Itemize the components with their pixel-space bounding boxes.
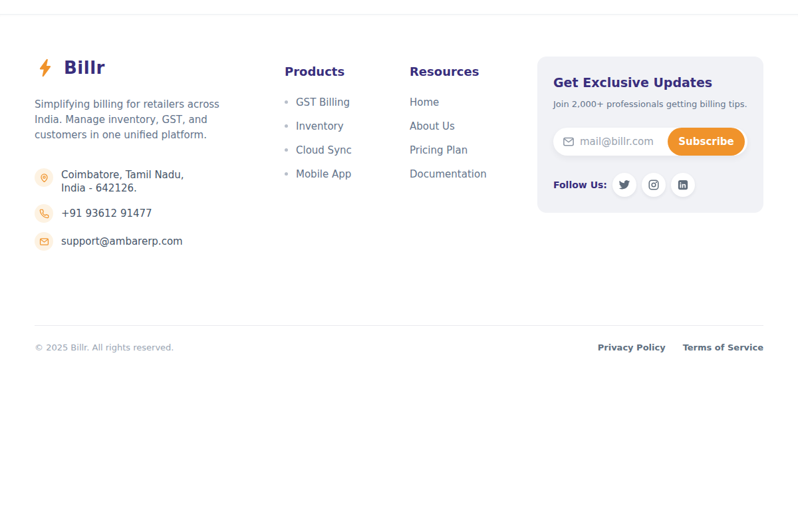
list-item: Cloud Sync: [285, 145, 384, 155]
list-item: Pricing Plan: [410, 145, 509, 155]
subscribe-form: Subscribe: [553, 128, 747, 156]
linkedin-icon[interactable]: [671, 173, 695, 197]
product-link-mobile-app[interactable]: Mobile App: [296, 168, 351, 180]
bullet-icon: [285, 148, 288, 152]
brand-logo[interactable]: Billr: [35, 57, 261, 79]
social-row: Follow Us:: [553, 173, 747, 197]
newsletter-card: Get Exclusive Updates Join 2,000+ profes…: [537, 57, 763, 213]
newsletter-subtitle: Join 2,000+ professionals getting billin…: [553, 99, 747, 109]
product-link-gst-billing[interactable]: GST Billing: [296, 96, 350, 108]
list-item: About Us: [410, 121, 509, 131]
site-footer: Billr Simplifying billing for retailers …: [0, 14, 798, 372]
brand-tagline: Simplifying billing for retailers across…: [35, 97, 241, 143]
resource-link-about-us[interactable]: About Us: [410, 120, 455, 132]
resource-link-pricing-plan[interactable]: Pricing Plan: [410, 144, 467, 156]
resources-title: Resources: [410, 65, 509, 78]
address-line-2: India - 642126.: [61, 182, 137, 194]
list-item: Mobile App: [285, 169, 384, 179]
follow-us-label: Follow Us:: [553, 180, 607, 190]
terms-of-service-link[interactable]: Terms of Service: [683, 342, 763, 352]
contact-address: Coimbatore, Tamil Nadu, India - 642126.: [35, 168, 261, 195]
resource-link-home[interactable]: Home: [410, 96, 439, 108]
list-item: GST Billing: [285, 97, 384, 107]
address-text: Coimbatore, Tamil Nadu, India - 642126.: [61, 168, 184, 195]
email-text: support@ambarerp.com: [61, 235, 183, 248]
instagram-icon[interactable]: [642, 173, 666, 197]
footer-divider: © 2025 Billr. All rights reserved. Priva…: [35, 325, 763, 372]
products-list: GST Billing Inventory Cloud Sync Mobile …: [285, 97, 384, 179]
footer-bottom-bar: © 2025 Billr. All rights reserved. Priva…: [35, 326, 763, 372]
address-line-1: Coimbatore, Tamil Nadu,: [61, 169, 184, 181]
contact-email[interactable]: support@ambarerp.com: [35, 232, 261, 251]
lightning-bolt-icon: [35, 57, 57, 79]
newsletter-title: Get Exclusive Updates: [553, 75, 747, 90]
product-link-cloud-sync[interactable]: Cloud Sync: [296, 144, 352, 156]
bullet-icon: [285, 100, 288, 104]
products-column: Products GST Billing Inventory Cloud Syn…: [285, 57, 384, 193]
copyright-text: © 2025 Billr. All rights reserved.: [35, 342, 174, 352]
contact-list: Coimbatore, Tamil Nadu, India - 642126. …: [35, 168, 261, 251]
product-link-inventory[interactable]: Inventory: [296, 120, 344, 132]
bullet-icon: [285, 124, 288, 128]
legal-links: Privacy Policy Terms of Service: [598, 342, 763, 352]
phone-icon: [35, 204, 53, 223]
resources-list: Home About Us Pricing Plan Documentation: [410, 97, 509, 179]
list-item: Home: [410, 97, 509, 107]
footer-main: Billr Simplifying billing for retailers …: [35, 57, 763, 251]
mail-icon: [35, 232, 53, 251]
privacy-policy-link[interactable]: Privacy Policy: [598, 342, 666, 352]
mail-input-icon: [563, 136, 575, 148]
resources-column: Resources Home About Us Pricing Plan Doc…: [410, 57, 509, 193]
list-item: Inventory: [285, 121, 384, 131]
contact-phone[interactable]: +91 93612 91477: [35, 204, 261, 223]
email-input[interactable]: [580, 136, 680, 148]
subscribe-button[interactable]: Subscribe: [668, 128, 745, 156]
location-pin-icon: [35, 168, 53, 187]
brand-name: Billr: [64, 58, 105, 78]
brand-column: Billr Simplifying billing for retailers …: [35, 57, 261, 251]
products-title: Products: [285, 65, 384, 78]
bullet-icon: [285, 172, 288, 176]
resource-link-documentation[interactable]: Documentation: [410, 168, 487, 180]
twitter-icon[interactable]: [612, 173, 636, 197]
list-item: Documentation: [410, 169, 509, 179]
phone-text: +91 93612 91477: [61, 207, 152, 220]
